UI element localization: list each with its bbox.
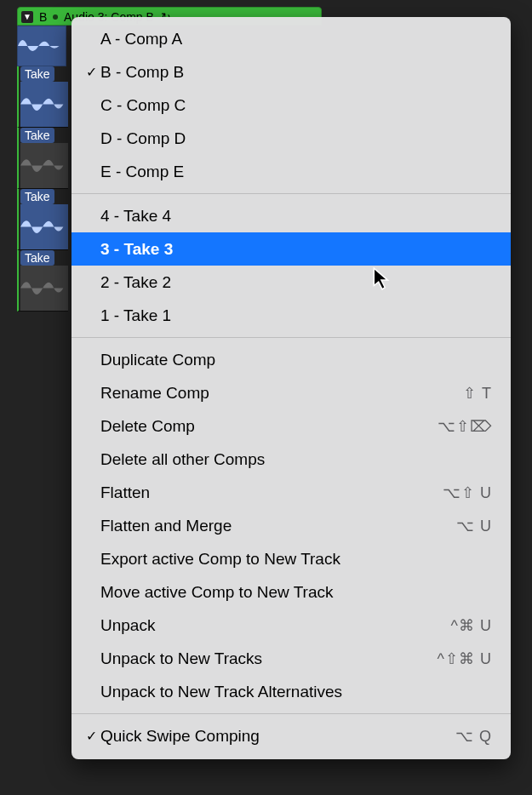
- menu-item-label: Move active Comp to New Track: [100, 583, 492, 602]
- menu-item-label: Quick Swipe Comping: [100, 727, 455, 746]
- take-label: Take: [20, 66, 54, 82]
- menu-comp-item[interactable]: C - Comp C: [72, 89, 511, 122]
- take-label: Take: [20, 128, 54, 143]
- comp-waveform[interactable]: [17, 26, 66, 66]
- menu-action-item[interactable]: Unpack^⌘ U: [72, 609, 511, 642]
- menu-item-label: Duplicate Comp: [100, 351, 492, 369]
- menu-comp-item[interactable]: A - Comp A: [72, 22, 511, 55]
- menu-item-label: A - Comp A: [100, 30, 492, 49]
- menu-action-item[interactable]: Unpack to New Tracks^⇧⌘ U: [72, 642, 511, 675]
- menu-take-item[interactable]: 2 - Take 2: [72, 266, 511, 299]
- menu-item-shortcut: ⌥⇧ U: [443, 483, 492, 502]
- take-waveform[interactable]: [20, 204, 68, 249]
- take-lane[interactable]: Take: [17, 250, 68, 312]
- take-waveform[interactable]: [20, 266, 68, 311]
- menu-separator: [72, 337, 511, 338]
- menu-item-label: Unpack to New Track Alternatives: [100, 683, 492, 701]
- menu-item-label: Export active Comp to New Track: [100, 550, 492, 569]
- menu-item-shortcut: ^⌘ U: [451, 616, 492, 635]
- menu-item-label: Rename Comp: [100, 384, 463, 403]
- comp-letter: B: [39, 10, 47, 24]
- menu-action-item[interactable]: Delete Comp⌥⇧⌦: [72, 409, 511, 443]
- menu-item-shortcut: ^⇧⌘ U: [438, 649, 492, 668]
- menu-item-label: 4 - Take 4: [100, 207, 492, 226]
- take-lane[interactable]: Take: [17, 66, 68, 128]
- waveform-icon: [20, 211, 68, 243]
- menu-comp-item[interactable]: E - Comp E: [72, 155, 511, 188]
- menu-separator: [72, 193, 511, 194]
- menu-item-label: Delete Comp: [100, 417, 438, 436]
- menu-item-label: 1 - Take 1: [100, 306, 492, 325]
- menu-item-label: 2 - Take 2: [100, 273, 492, 292]
- disclosure-triangle-icon[interactable]: ▼: [21, 11, 33, 23]
- menu-action-item[interactable]: Unpack to New Track Alternatives: [72, 675, 511, 708]
- menu-action-item[interactable]: Move active Comp to New Track: [72, 575, 511, 609]
- menu-separator: [72, 713, 511, 714]
- menu-item-label: Unpack to New Tracks: [100, 649, 438, 668]
- check-icon: ✓: [82, 728, 100, 744]
- menu-item-label: 3 - Take 3: [100, 240, 492, 259]
- menu-item-label: Flatten: [100, 483, 443, 502]
- menu-item-shortcut: ⌥⇧⌦: [438, 417, 492, 436]
- menu-item-shortcut: ⇧ T: [463, 384, 492, 403]
- separator-dot-icon: [53, 14, 58, 20]
- waveform-icon: [18, 32, 66, 60]
- menu-action-item[interactable]: Flatten and Merge⌥ U: [72, 509, 511, 542]
- menu-take-item[interactable]: 3 - Take 3: [72, 232, 511, 266]
- take-lane[interactable]: Take: [17, 189, 68, 250]
- take-label: Take: [20, 189, 54, 204]
- menu-item-label: Delete all other Comps: [100, 450, 492, 469]
- take-waveform[interactable]: [20, 143, 68, 188]
- waveform-icon: [20, 272, 68, 304]
- menu-action-item[interactable]: Flatten⌥⇧ U: [72, 476, 511, 509]
- menu-item-label: Flatten and Merge: [100, 517, 456, 535]
- take-label: Take: [20, 250, 54, 266]
- waveform-icon: [20, 150, 68, 181]
- menu-quick-swipe-item[interactable]: ✓Quick Swipe Comping⌥ Q: [72, 719, 511, 752]
- menu-action-item[interactable]: Export active Comp to New Track: [72, 542, 511, 575]
- menu-item-label: C - Comp C: [100, 96, 492, 115]
- menu-action-item[interactable]: Duplicate Comp: [72, 343, 511, 376]
- take-waveform[interactable]: [20, 82, 68, 127]
- menu-comp-item[interactable]: ✓B - Comp B: [72, 55, 511, 89]
- menu-item-label: Unpack: [100, 616, 451, 635]
- menu-item-shortcut: ⌥ U: [456, 517, 492, 535]
- take-folder-menu[interactable]: A - Comp A✓B - Comp BC - Comp CD - Comp …: [72, 17, 511, 759]
- menu-take-item[interactable]: 1 - Take 1: [72, 299, 511, 332]
- menu-take-item[interactable]: 4 - Take 4: [72, 199, 511, 232]
- menu-item-shortcut: ⌥ Q: [455, 727, 492, 746]
- menu-item-label: B - Comp B: [100, 63, 492, 82]
- check-icon: ✓: [82, 64, 100, 80]
- waveform-icon: [20, 89, 68, 120]
- take-lane[interactable]: Take: [17, 128, 68, 189]
- menu-item-label: D - Comp D: [100, 129, 492, 148]
- menu-item-label: E - Comp E: [100, 163, 492, 181]
- menu-action-item[interactable]: Rename Comp⇧ T: [72, 376, 511, 409]
- menu-comp-item[interactable]: D - Comp D: [72, 122, 511, 155]
- menu-action-item[interactable]: Delete all other Comps: [72, 443, 511, 476]
